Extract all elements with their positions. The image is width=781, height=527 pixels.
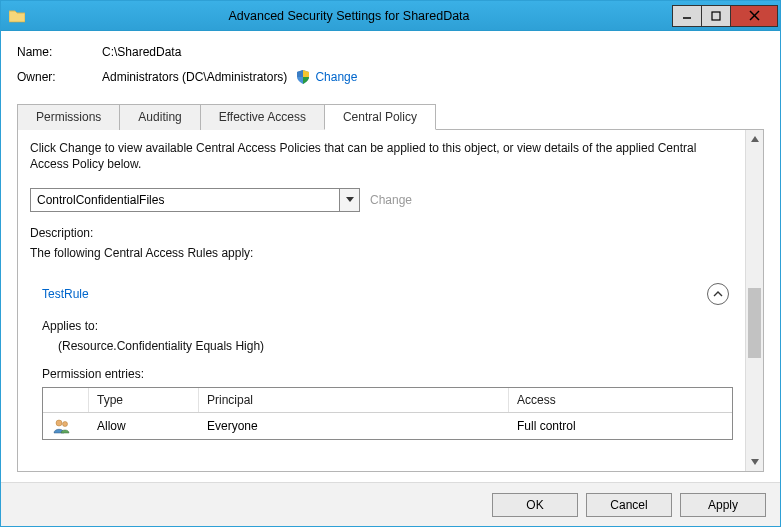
security-settings-window: Advanced Security Settings for SharedDat… [0,0,781,527]
tab-auditing[interactable]: Auditing [119,104,200,130]
scroll-track[interactable] [746,148,763,453]
applies-to-label: Applies to: [42,319,733,333]
apply-button[interactable]: Apply [680,493,766,517]
titlebar: Advanced Security Settings for SharedDat… [1,1,780,31]
client-area: Name: C:\SharedData Owner: Administrator… [1,31,780,482]
uac-shield-icon [295,69,311,85]
window-controls [673,5,778,27]
policy-selected-value: ControlConfidentialFiles [31,193,339,207]
tabstrip: Permissions Auditing Effective Access Ce… [17,103,764,130]
owner-label: Owner: [17,70,102,84]
col-access-header[interactable]: Access [509,388,732,412]
intro-text: Click Change to view available Central A… [30,140,733,172]
close-button[interactable] [730,5,778,27]
col-type-header[interactable]: Type [89,388,199,412]
row-access: Full control [509,414,732,438]
change-policy-disabled: Change [370,193,412,207]
maximize-button[interactable] [701,5,731,27]
svg-marker-7 [751,136,759,142]
policy-select-row: ControlConfidentialFiles Change [30,188,733,212]
combobox-dropdown-button[interactable] [339,189,359,211]
central-policy-panel: Click Change to view available Central A… [18,130,745,471]
applies-to-value: (Resource.Confidentiality Equals High) [58,339,733,353]
policy-combobox[interactable]: ControlConfidentialFiles [30,188,360,212]
window-title: Advanced Security Settings for SharedDat… [25,9,673,23]
tab-effective-access[interactable]: Effective Access [200,104,325,130]
ok-button[interactable]: OK [492,493,578,517]
scroll-up-button[interactable] [746,130,763,148]
scroll-down-button[interactable] [746,453,763,471]
collapse-toggle[interactable] [707,283,729,305]
svg-point-5 [56,420,62,426]
principal-icon [43,413,89,439]
rules-intro-text: The following Central Access Rules apply… [30,246,733,260]
minimize-button[interactable] [672,5,702,27]
description-label: Description: [30,226,733,240]
permission-table: Type Principal Access [42,387,733,440]
dialog-footer: OK Cancel Apply [1,482,780,526]
tab-permissions[interactable]: Permissions [17,104,120,130]
svg-point-6 [63,422,68,427]
change-owner-link[interactable]: Change [315,70,357,84]
svg-rect-1 [712,12,720,20]
row-type: Allow [89,414,199,438]
vertical-scrollbar[interactable] [745,130,763,471]
rule-block: TestRule Applies to: (Resource.Confident… [30,278,733,440]
rule-name-link[interactable]: TestRule [42,287,89,301]
row-principal: Everyone [199,414,509,438]
owner-value: Administrators (DC\Administrators) [102,70,287,84]
name-label: Name: [17,45,102,59]
tab-content-wrapper: Click Change to view available Central A… [17,130,764,472]
folder-icon [9,9,25,23]
rule-header: TestRule [30,279,733,309]
name-value: C:\SharedData [102,45,181,59]
permission-table-header: Type Principal Access [43,388,732,413]
col-icon-header[interactable] [43,388,89,412]
group-icon [53,418,71,434]
tab-central-policy[interactable]: Central Policy [324,104,436,130]
name-row: Name: C:\SharedData [17,45,764,59]
svg-marker-4 [346,197,354,202]
permission-entries-label: Permission entries: [42,367,733,381]
col-principal-header[interactable]: Principal [199,388,509,412]
owner-row: Owner: Administrators (DC\Administrators… [17,69,764,85]
scroll-thumb[interactable] [748,288,761,358]
svg-marker-8 [751,459,759,465]
cancel-button[interactable]: Cancel [586,493,672,517]
permission-row[interactable]: Allow Everyone Full control [43,413,732,439]
